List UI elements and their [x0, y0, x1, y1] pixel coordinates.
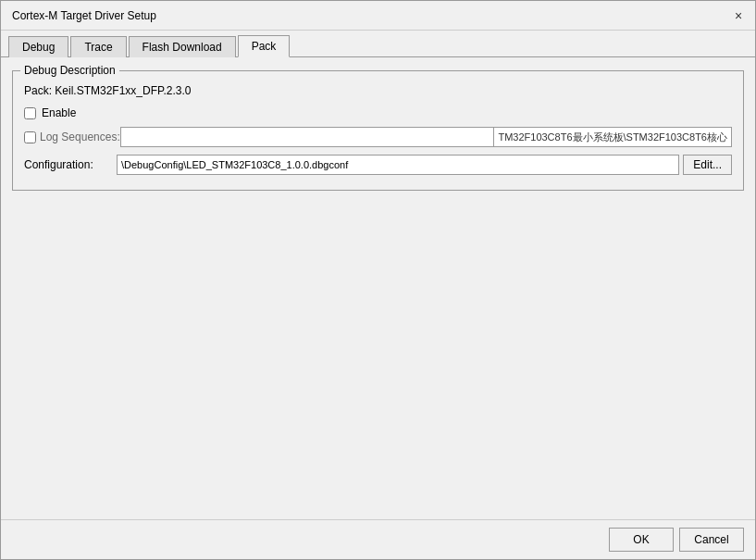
footer-bar: OK Cancel [1, 519, 755, 559]
title-bar: Cortex-M Target Driver Setup × [1, 1, 755, 31]
window-title: Cortex-M Target Driver Setup [12, 9, 156, 22]
close-button[interactable]: × [729, 6, 748, 25]
log-sequences-input[interactable] [120, 127, 494, 147]
enable-row: Enable [24, 106, 732, 119]
tabs-bar: Debug Trace Flash Download Pack [1, 31, 755, 57]
edit-button[interactable]: Edit... [683, 155, 732, 175]
tab-flash-download[interactable]: Flash Download [129, 36, 236, 57]
cancel-button[interactable]: Cancel [679, 528, 744, 552]
configuration-row: Configuration: Edit... [24, 155, 732, 175]
configuration-input[interactable] [117, 155, 679, 175]
tab-pack[interactable]: Pack [238, 35, 291, 57]
log-sequences-checkbox[interactable] [24, 131, 36, 143]
enable-checkbox[interactable] [24, 107, 36, 119]
tab-content-pack: Debug Description Pack: Keil.STM32F1xx_D… [1, 57, 755, 519]
main-window: Cortex-M Target Driver Setup × Debug Tra… [0, 0, 756, 560]
pack-label: Pack: Keil.STM32F1xx_DFP.2.3.0 [24, 84, 732, 97]
tab-debug[interactable]: Debug [8, 36, 68, 57]
ok-button[interactable]: OK [609, 528, 674, 552]
log-sequences-value-text: TM32F103C8T6最小系统板\STM32F103C8T6核心 [494, 127, 732, 147]
group-legend: Debug Description [20, 64, 119, 77]
configuration-label: Configuration: [24, 158, 117, 171]
tab-trace[interactable]: Trace [70, 36, 126, 57]
enable-label: Enable [42, 106, 76, 119]
log-sequences-label: Log Sequences: [40, 131, 120, 143]
debug-description-group: Debug Description Pack: Keil.STM32F1xx_D… [12, 70, 744, 191]
log-sequences-row: Log Sequences: TM32F103C8T6最小系统板\STM32F1… [24, 127, 732, 147]
